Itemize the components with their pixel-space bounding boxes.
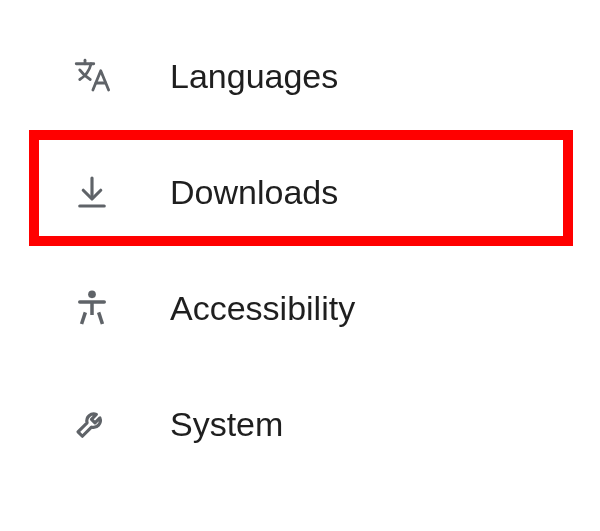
sidebar-item-downloads[interactable]: Downloads	[50, 134, 600, 250]
sidebar-item-label: System	[170, 405, 283, 444]
svg-rect-3	[80, 312, 87, 325]
download-icon	[68, 168, 116, 216]
svg-rect-4	[97, 312, 104, 325]
svg-rect-2	[90, 301, 94, 315]
settings-sidebar: Languages Downloads Accessibility	[0, 0, 600, 482]
sidebar-item-languages[interactable]: Languages	[50, 18, 600, 134]
translate-icon	[68, 52, 116, 100]
sidebar-item-accessibility[interactable]: Accessibility	[50, 250, 600, 366]
wrench-icon	[68, 400, 116, 448]
sidebar-item-label: Downloads	[170, 173, 338, 212]
svg-point-0	[88, 291, 96, 299]
sidebar-item-label: Accessibility	[170, 289, 355, 328]
sidebar-item-label: Languages	[170, 57, 338, 96]
accessibility-icon	[68, 284, 116, 332]
sidebar-item-system[interactable]: System	[50, 366, 600, 482]
